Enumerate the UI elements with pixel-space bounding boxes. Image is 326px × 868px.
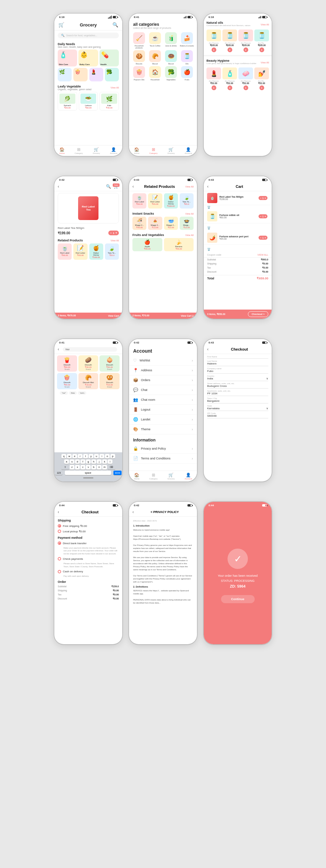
category-natural[interactable]: 🌿 <box>58 68 72 81</box>
category-baby-care[interactable]: 👶 Baby Care <box>78 50 98 66</box>
account-landet[interactable]: 🌐 Landet › <box>129 415 197 425</box>
related-product-4[interactable]: 🍃 Tata Te... ₹25.0 <box>105 243 119 260</box>
add-beauty-1[interactable]: + <box>212 85 216 90</box>
search-result-4[interactable]: 🍿 Disouth ₹80.00 Snack <box>57 373 77 389</box>
nav-category[interactable]: ⊞ Category <box>75 147 83 154</box>
cat-extra1[interactable]: 🥦 Vegetables <box>164 66 178 81</box>
key-g[interactable]: g <box>86 459 91 464</box>
product-lettuce[interactable]: 🥗 Lettuce ₹30.00 <box>79 92 98 111</box>
cat-household2[interactable]: 🏠 Household <box>148 66 162 81</box>
nav-account[interactable]: 👤 Account <box>110 147 117 154</box>
checkout-form-back[interactable]: ‹ <box>207 347 209 352</box>
beauty-product-1[interactable]: 💄 Any Flavours ₹52.00 + <box>206 67 221 90</box>
cat-oils[interactable]: 🫙 Oils <box>180 50 194 65</box>
fruit-2[interactable]: 🍌 Banana ₹45.00 <box>164 238 194 251</box>
rp-4[interactable]: 🍃 Tata Te... ₹25.0 <box>180 193 194 209</box>
related-view-all-1[interactable]: View All <box>111 239 119 242</box>
qty-plus[interactable]: + <box>115 231 117 235</box>
cat-biscuits2[interactable]: 🥐 Biscuit <box>148 50 162 65</box>
view-cart-btn-2[interactable]: View Cart 2 <box>181 315 194 317</box>
account-address[interactable]: 📍 Address › <box>129 366 197 375</box>
snack-1[interactable]: 🍜 Maggi 2... ₹40.00 <box>132 217 146 230</box>
related-product-1[interactable]: 🍵 Red Label ₹99.00 <box>58 243 72 260</box>
snack-2[interactable]: 🍝 Maggi 2... ₹13.00 <box>148 217 162 230</box>
beauty-product-4[interactable]: 💅 Any Pla... ₹52.00 + <box>254 67 269 90</box>
address2-value[interactable]: PF 1034 <box>207 392 268 396</box>
cart-qty-minus-3[interactable]: − <box>260 236 261 239</box>
fruits-veg-view-all[interactable]: View All <box>185 234 194 236</box>
nav-account-2[interactable]: 👤 Account <box>185 147 192 154</box>
view-all-coupon[interactable]: VIEW ALL <box>257 254 268 256</box>
key-s[interactable]: s <box>70 459 74 464</box>
company-value[interactable]: Fubo <box>207 370 268 374</box>
category-organic[interactable]: 🥦 <box>105 68 119 81</box>
product-spinach[interactable]: 🥬 Spinach ₹25.00 <box>58 92 77 111</box>
privacy-back[interactable]: ‹ <box>132 510 134 514</box>
add-oil-1[interactable]: + <box>212 47 216 52</box>
key-j[interactable]: j <box>97 459 102 464</box>
search-result-3[interactable]: 🧅 Disouth ₹80.00 Snack <box>99 355 120 372</box>
key-space[interactable]: space <box>65 471 111 475</box>
oil-product-4[interactable]: 🫙 Any Pla... ₹205.00 + <box>254 29 269 52</box>
key-t[interactable]: t <box>83 454 88 458</box>
last-name-value[interactable]: Haleem <box>207 362 268 366</box>
category-beauty[interactable]: 💄 <box>89 68 103 81</box>
search-result-5[interactable]: 🥐 Disouth fillet ₹15.00 Snack <box>78 373 98 389</box>
view-cart-btn-1[interactable]: View Cart <box>108 315 119 317</box>
coupon-input[interactable]: Coupon code <box>207 254 221 256</box>
delete-icon-2[interactable]: 🗑️ <box>207 226 211 230</box>
delete-icon-3[interactable]: 🗑️ <box>207 248 211 251</box>
chip-1[interactable]: "ice" <box>60 391 68 395</box>
search-result-2[interactable]: 🥔 Disouth ₹80.00 Snack <box>78 355 98 372</box>
cart-qty-minus-1[interactable]: − <box>260 197 261 200</box>
cart-qty-plus-2[interactable]: + <box>265 215 266 218</box>
key-c[interactable]: c <box>80 465 85 470</box>
payment-bank-transfer[interactable]: Direct bank transfer <box>54 540 122 546</box>
cart-qty-minus-2[interactable]: − <box>260 215 261 218</box>
search-icon-4[interactable]: 🔍 <box>106 184 111 189</box>
add-oil-2[interactable]: + <box>228 47 232 52</box>
add-beauty-4[interactable]: + <box>259 85 264 90</box>
rp-1[interactable]: 🍵 Red Label ₹99.00 <box>132 193 146 209</box>
shipping-local[interactable]: Local pickup ₹0.00 <box>54 529 122 534</box>
back-arrow-1[interactable]: ‹ <box>58 184 59 189</box>
key-w[interactable]: w <box>67 454 72 458</box>
nav-grocery-2[interactable]: 🛒 Grocery <box>167 147 175 154</box>
shipping-free[interactable]: Free shipping ₹0.00 <box>54 523 122 529</box>
key-r[interactable]: r <box>78 454 83 458</box>
key-x[interactable]: x <box>75 465 80 470</box>
key-e[interactable]: e <box>72 454 77 458</box>
cat-bakery[interactable]: 🍰 Bakery & snacks <box>180 32 194 49</box>
nav-grocery-3[interactable]: 🛒 Grocery <box>167 473 175 480</box>
cat-household[interactable]: 🧹 Household products <box>132 32 146 49</box>
country-value[interactable]: India ∨ <box>207 377 268 381</box>
key-z[interactable]: z <box>70 465 74 470</box>
key-a[interactable]: a <box>64 459 69 464</box>
fruit-1[interactable]: 🍎 Apple ₹85.00 <box>132 238 162 251</box>
cart-qty-plus-1[interactable]: + <box>265 197 266 200</box>
cat-biscuits1[interactable]: 🍪 Biscuits <box>132 50 146 65</box>
search-result-1[interactable]: 🍟 Disouth ₹80.00 Snack <box>57 355 77 372</box>
key-u[interactable]: u <box>94 454 99 458</box>
qty-minus[interactable]: − <box>110 231 112 235</box>
cart-qty-plus-3[interactable]: + <box>265 236 266 239</box>
key-shift[interactable]: ⇧ <box>61 465 69 470</box>
product-kale[interactable]: 🌿 Kale ₹40.00 <box>99 92 119 111</box>
search-result-6[interactable]: 🥨 Disouth ₹15.00 Snack <box>99 373 120 389</box>
account-wishlist[interactable]: ♡ Wishlist › <box>129 356 197 366</box>
continue-button[interactable]: Continue <box>221 595 255 603</box>
nav-grocery[interactable]: 🛒 Grocery <box>93 147 100 154</box>
key-done[interactable]: done <box>113 471 122 475</box>
back-arrow-2[interactable]: ‹ <box>132 184 134 189</box>
add-oil-3[interactable]: + <box>243 47 248 52</box>
delete-icon-1[interactable]: 🗑️ <box>207 206 211 209</box>
cart-back-arrow[interactable]: ‹ <box>207 184 209 189</box>
key-123[interactable]: 123 <box>55 471 62 475</box>
city-value[interactable]: Bangalore <box>207 399 268 403</box>
key-h[interactable]: h <box>91 459 96 464</box>
instant-snacks-view-all[interactable]: View All <box>185 213 194 215</box>
account-chatroom[interactable]: 👥 Chat room › <box>129 395 197 405</box>
nav-category-3[interactable]: ⊞ Category <box>149 473 158 480</box>
related-product-3[interactable]: 🍯 Dabur Honey ₹169.00 <box>89 243 103 260</box>
leafy-view-all[interactable]: View All <box>111 86 119 89</box>
